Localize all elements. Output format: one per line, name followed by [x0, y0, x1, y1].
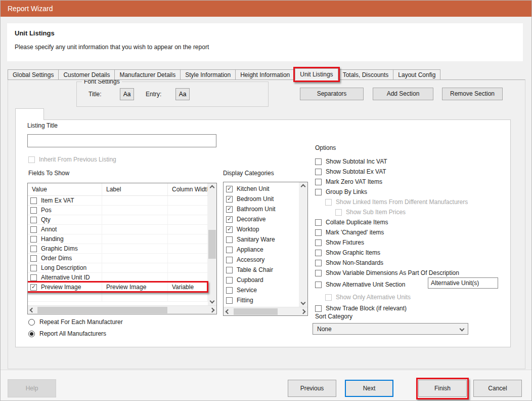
radio-button[interactable] — [28, 331, 35, 337]
field-checkbox[interactable] — [30, 274, 37, 281]
entry-font-button[interactable]: Aa — [175, 88, 190, 100]
tab-unit-listings[interactable]: Unit Listings — [295, 68, 338, 80]
fields-row-qty[interactable]: Qty — [28, 215, 208, 225]
category-checkbox[interactable] — [226, 247, 233, 253]
option-checkbox[interactable] — [315, 169, 322, 175]
tab-customer-details[interactable]: Customer Details — [59, 69, 115, 80]
option-checkbox[interactable] — [315, 270, 322, 276]
option-checkbox[interactable] — [315, 250, 322, 256]
option-show-non-standards[interactable]: Show Non-Standards — [315, 258, 515, 268]
finish-button[interactable]: Finish — [418, 380, 467, 397]
category-checkbox[interactable] — [226, 186, 233, 192]
category-kitchen-unit[interactable]: Kitchen Unit — [224, 184, 299, 194]
inherit-checkbox[interactable] — [28, 156, 35, 163]
option-show-subtotal-inc-vat[interactable]: Show Subtotal Inc VAT — [315, 156, 515, 167]
field-checkbox[interactable] — [30, 246, 37, 252]
fields-horizontal-scrollbar[interactable] — [28, 305, 216, 314]
fields-row-long-description[interactable]: Long Description — [28, 263, 208, 273]
remove-section-button[interactable]: Remove Section — [442, 88, 503, 100]
radio-repeat-for-each-manufacturer[interactable]: Repeat For Each Manufacturer — [28, 318, 123, 326]
category-checkbox[interactable] — [226, 226, 233, 233]
field-checkbox[interactable] — [30, 255, 37, 262]
category-table-chair[interactable]: Table & Chair — [224, 265, 299, 275]
categories-horizontal-scrollbar[interactable] — [224, 307, 307, 315]
option-show-graphic-items[interactable]: Show Graphic Items — [315, 248, 515, 258]
option-checkbox[interactable] — [315, 158, 322, 165]
tab-layout-config[interactable]: Layout Config — [393, 69, 440, 80]
scroll-up-icon[interactable] — [301, 184, 306, 189]
option-checkbox[interactable] — [315, 179, 322, 185]
field-checkbox[interactable] — [30, 284, 37, 291]
tab-totals-discounts[interactable]: Totals, Discounts — [338, 69, 394, 80]
category-fitting[interactable]: Fitting — [224, 295, 299, 305]
option-checkbox[interactable] — [315, 189, 322, 195]
listing-subtab[interactable] — [15, 108, 44, 120]
listing-title-input[interactable] — [27, 134, 216, 147]
scroll-right-icon[interactable] — [210, 307, 215, 312]
option-show-trade-block-if-relevant[interactable]: Show Trade Block (if relevant) — [315, 303, 515, 313]
radio-report-all-manufacturers[interactable]: Report All Manufacturers — [28, 330, 123, 337]
option-show-variable-dimensions-as-part-of-description[interactable]: Show Variable Dimensions As Part Of Desc… — [315, 268, 515, 278]
categories-hscroll-thumb[interactable] — [234, 308, 278, 315]
fields-row-preview-image[interactable]: Preview ImagePreview ImageVariable — [28, 283, 208, 292]
previous-button[interactable]: Previous — [288, 380, 336, 397]
fields-row-alternative-unit-id[interactable]: Alternative Unit ID — [28, 273, 208, 283]
fields-row-graphic-dims[interactable]: Graphic Dims — [28, 244, 208, 254]
category-checkbox[interactable] — [226, 257, 233, 263]
option-collate-duplicate-items[interactable]: Collate Duplicate Items — [315, 217, 515, 227]
scroll-down-icon[interactable] — [301, 300, 306, 305]
option-mark-zero-vat-items[interactable]: Mark Zero VAT Items — [315, 177, 515, 187]
option-checkbox[interactable] — [315, 282, 322, 288]
option-show-subtotal-ex-vat[interactable]: Show Subtotal Ex VAT — [315, 167, 515, 177]
option-show-linked-items-from-different-manufacturers[interactable]: Show Linked Items From Different Manufac… — [315, 197, 515, 207]
category-checkbox[interactable] — [226, 206, 233, 213]
sort-category-dropdown[interactable]: None — [313, 323, 468, 335]
scroll-down-icon[interactable] — [210, 299, 215, 304]
scroll-right-icon[interactable] — [301, 309, 306, 314]
fields-row-order-dims[interactable]: Order Dims — [28, 254, 208, 263]
field-checkbox[interactable] — [30, 197, 37, 204]
help-button[interactable]: Help — [8, 379, 56, 397]
option-checkbox[interactable] — [315, 229, 322, 236]
option-group-by-links[interactable]: Group By Links — [315, 187, 515, 197]
scroll-up-icon[interactable] — [210, 185, 215, 190]
field-checkbox[interactable] — [30, 236, 37, 243]
category-checkbox[interactable] — [226, 236, 233, 243]
fields-vertical-scrollbar[interactable] — [208, 183, 216, 305]
add-section-button[interactable]: Add Section — [373, 88, 433, 100]
option-checkbox[interactable] — [335, 209, 342, 216]
tab-manufacturer-details[interactable]: Manufacturer Details — [115, 69, 181, 80]
tab-height-information[interactable]: Height Information — [236, 69, 295, 80]
field-checkbox[interactable] — [30, 207, 37, 214]
title-font-button[interactable]: Aa — [120, 88, 134, 100]
field-checkbox[interactable] — [30, 265, 37, 271]
fields-row-item-ex-vat[interactable]: Item Ex VAT — [28, 196, 208, 206]
scroll-left-icon[interactable] — [30, 307, 35, 312]
category-worktop[interactable]: Worktop — [224, 224, 299, 234]
fields-vscroll-thumb[interactable] — [208, 230, 216, 259]
option-checkbox[interactable] — [315, 239, 322, 246]
inherit-from-previous-listing-checkbox-row[interactable]: Inherit From Previous Listing — [28, 156, 116, 163]
fields-row-pos[interactable]: Pos — [28, 206, 208, 215]
tab-style-information[interactable]: Style Information — [181, 69, 236, 80]
option-show-only-alternative-units[interactable]: Show Only Alternative Units — [315, 291, 515, 303]
fields-row-annot[interactable]: Annot — [28, 225, 208, 234]
tab-global-settings[interactable]: Global Settings — [8, 69, 59, 80]
option-show-fixtures[interactable]: Show Fixtures — [315, 237, 515, 248]
field-checkbox[interactable] — [30, 226, 37, 233]
category-accessory[interactable]: Accessory — [224, 255, 299, 265]
option-show-sub-item-prices[interactable]: Show Sub Item Prices — [315, 207, 515, 217]
category-sanitary-ware[interactable]: Sanitary Ware — [224, 234, 299, 245]
category-checkbox[interactable] — [226, 267, 233, 273]
alternative-unit-input[interactable] — [428, 277, 498, 289]
category-checkbox[interactable] — [226, 297, 233, 304]
separators-button[interactable]: Separators — [300, 88, 364, 100]
fields-row-handing[interactable]: Handing — [28, 234, 208, 244]
option-checkbox[interactable] — [325, 294, 332, 301]
category-bedroom-unit[interactable]: Bedroom Unit — [224, 194, 299, 204]
cancel-button[interactable]: Cancel — [473, 380, 522, 397]
column-header-column-width[interactable]: Column Width — [168, 183, 208, 195]
option-checkbox[interactable] — [315, 219, 322, 226]
radio-button[interactable] — [28, 319, 35, 326]
category-decorative[interactable]: Decorative — [224, 214, 299, 224]
